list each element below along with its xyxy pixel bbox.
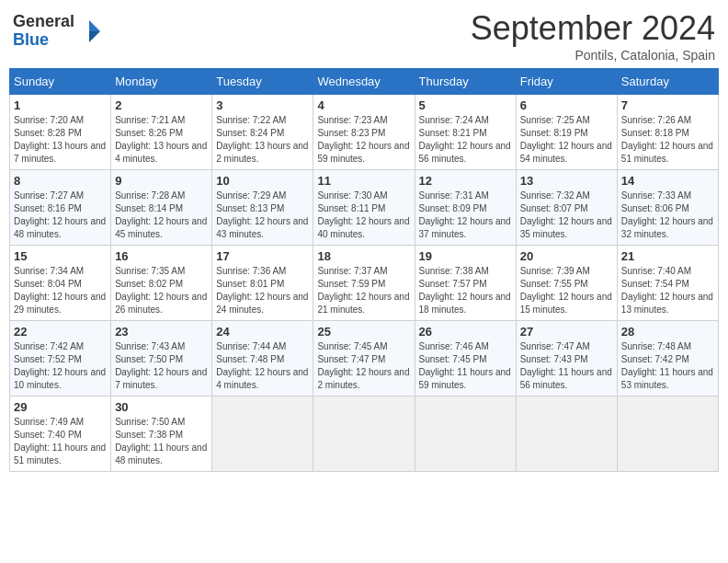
table-row: 22Sunrise: 7:42 AMSunset: 7:52 PMDayligh…	[10, 321, 111, 396]
svg-marker-1	[89, 31, 100, 42]
table-row: 16Sunrise: 7:35 AMSunset: 8:02 PMDayligh…	[111, 246, 212, 321]
table-row: 3Sunrise: 7:22 AMSunset: 8:24 PMDaylight…	[212, 95, 313, 170]
table-row: 15Sunrise: 7:34 AMSunset: 8:04 PMDayligh…	[10, 246, 111, 321]
table-row: 7Sunrise: 7:26 AMSunset: 8:18 PMDaylight…	[617, 95, 718, 170]
page-header: General Blue September 2024 Pontils, Cat…	[9, 9, 719, 63]
table-row: 17Sunrise: 7:36 AMSunset: 8:01 PMDayligh…	[212, 246, 313, 321]
table-row: 23Sunrise: 7:43 AMSunset: 7:50 PMDayligh…	[111, 321, 212, 396]
logo-icon	[76, 18, 102, 44]
calendar-header-row: Sunday Monday Tuesday Wednesday Thursday…	[10, 69, 719, 95]
header-wednesday: Wednesday	[313, 69, 415, 95]
header-saturday: Saturday	[617, 69, 718, 95]
calendar-week-1: 8Sunrise: 7:27 AMSunset: 8:16 PMDaylight…	[10, 170, 719, 246]
table-row	[617, 396, 718, 472]
calendar-week-4: 29Sunrise: 7:49 AMSunset: 7:40 PMDayligh…	[10, 396, 719, 472]
header-friday: Friday	[516, 69, 617, 95]
location-subtitle: Pontils, Catalonia, Spain	[471, 48, 715, 63]
month-year-title: September 2024	[471, 9, 715, 48]
header-tuesday: Tuesday	[212, 69, 313, 95]
calendar-week-0: 1Sunrise: 7:20 AMSunset: 8:28 PMDaylight…	[10, 95, 719, 170]
header-thursday: Thursday	[415, 69, 516, 95]
table-row: 25Sunrise: 7:45 AMSunset: 7:47 PMDayligh…	[313, 321, 415, 396]
calendar-week-3: 22Sunrise: 7:42 AMSunset: 7:52 PMDayligh…	[10, 321, 719, 396]
table-row: 24Sunrise: 7:44 AMSunset: 7:48 PMDayligh…	[212, 321, 313, 396]
table-row: 30Sunrise: 7:50 AMSunset: 7:38 PMDayligh…	[111, 396, 212, 472]
table-row: 12Sunrise: 7:31 AMSunset: 8:09 PMDayligh…	[415, 170, 516, 246]
table-row: 28Sunrise: 7:48 AMSunset: 7:42 PMDayligh…	[617, 321, 718, 396]
calendar-table: Sunday Monday Tuesday Wednesday Thursday…	[9, 68, 719, 472]
table-row: 5Sunrise: 7:24 AMSunset: 8:21 PMDaylight…	[415, 95, 516, 170]
svg-marker-0	[89, 20, 100, 31]
table-row: 1Sunrise: 7:20 AMSunset: 8:28 PMDaylight…	[10, 95, 111, 170]
table-row: 13Sunrise: 7:32 AMSunset: 8:07 PMDayligh…	[516, 170, 617, 246]
header-monday: Monday	[111, 69, 212, 95]
table-row: 26Sunrise: 7:46 AMSunset: 7:45 PMDayligh…	[415, 321, 516, 396]
table-row: 21Sunrise: 7:40 AMSunset: 7:54 PMDayligh…	[617, 246, 718, 321]
header-sunday: Sunday	[10, 69, 111, 95]
table-row: 27Sunrise: 7:47 AMSunset: 7:43 PMDayligh…	[516, 321, 617, 396]
table-row	[516, 396, 617, 472]
table-row: 20Sunrise: 7:39 AMSunset: 7:55 PMDayligh…	[516, 246, 617, 321]
table-row: 10Sunrise: 7:29 AMSunset: 8:13 PMDayligh…	[212, 170, 313, 246]
table-row: 18Sunrise: 7:37 AMSunset: 7:59 PMDayligh…	[313, 246, 415, 321]
table-row: 14Sunrise: 7:33 AMSunset: 8:06 PMDayligh…	[617, 170, 718, 246]
table-row: 19Sunrise: 7:38 AMSunset: 7:57 PMDayligh…	[415, 246, 516, 321]
table-row	[415, 396, 516, 472]
title-block: September 2024 Pontils, Catalonia, Spain	[471, 9, 715, 63]
table-row: 6Sunrise: 7:25 AMSunset: 8:19 PMDaylight…	[516, 95, 617, 170]
table-row: 4Sunrise: 7:23 AMSunset: 8:23 PMDaylight…	[313, 95, 415, 170]
table-row: 29Sunrise: 7:49 AMSunset: 7:40 PMDayligh…	[10, 396, 111, 472]
table-row: 8Sunrise: 7:27 AMSunset: 8:16 PMDaylight…	[10, 170, 111, 246]
table-row: 11Sunrise: 7:30 AMSunset: 8:11 PMDayligh…	[313, 170, 415, 246]
calendar-week-2: 15Sunrise: 7:34 AMSunset: 8:04 PMDayligh…	[10, 246, 719, 321]
logo-blue-text: Blue	[13, 31, 74, 50]
table-row: 9Sunrise: 7:28 AMSunset: 8:14 PMDaylight…	[111, 170, 212, 246]
logo: General Blue	[13, 13, 102, 50]
table-row	[313, 396, 415, 472]
table-row: 2Sunrise: 7:21 AMSunset: 8:26 PMDaylight…	[111, 95, 212, 170]
table-row	[212, 396, 313, 472]
logo-general-text: General	[13, 13, 74, 31]
